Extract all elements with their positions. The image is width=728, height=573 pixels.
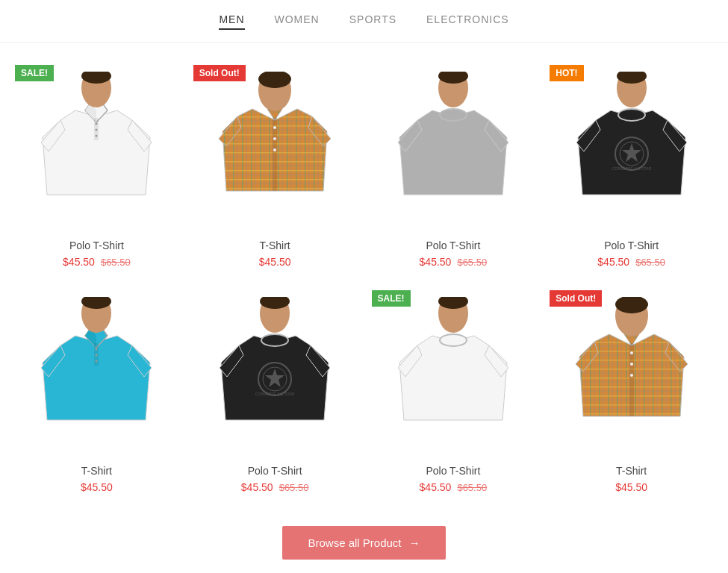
svg-point-6 (96, 123, 98, 125)
product-price: $45.50 $65.50 (420, 256, 488, 268)
product-price: $45.50 $65.50 (241, 481, 309, 493)
product-price: $45.50 $65.50 (420, 481, 488, 493)
svg-point-79 (630, 351, 633, 354)
product-image-wrapper (372, 60, 535, 232)
product-price-current: $45.50 (420, 481, 452, 493)
product-card[interactable]: T-Shirt $45.50 (7, 286, 186, 511)
category-nav: MEN WOMEN SPORTS ELECTRONICS (0, 0, 728, 43)
product-badge: Sold Out! (550, 290, 602, 307)
product-name: Polo T-Shirt (69, 239, 124, 251)
product-image-wrapper: SALE! (15, 60, 178, 232)
svg-point-22 (273, 137, 276, 140)
product-price: $45.50 $65.50 (63, 256, 131, 268)
svg-text:CONVERSE ALL STAR: CONVERSE ALL STAR (255, 392, 295, 396)
svg-point-8 (96, 135, 98, 137)
product-price-current: $45.50 (241, 481, 273, 493)
browse-btn-label: Browse all Product (308, 536, 401, 549)
product-image (550, 286, 713, 457)
product-price-current: $45.50 (597, 256, 629, 268)
svg-point-81 (630, 374, 633, 377)
svg-point-35 (618, 109, 645, 121)
product-price: $45.50 (81, 481, 113, 493)
product-price-current: $45.50 (63, 256, 95, 268)
product-price-original: $65.50 (457, 482, 487, 493)
product-price-original: $65.50 (101, 257, 131, 268)
product-image: CONVERSE ALL STAR (550, 60, 713, 232)
svg-point-23 (273, 148, 276, 151)
product-badge: HOT! (550, 65, 583, 81)
svg-point-21 (273, 126, 276, 129)
product-price-current: $45.50 (420, 256, 452, 268)
product-image: CONVERSE ALL STAR (193, 286, 357, 457)
product-price-original: $65.50 (635, 257, 665, 268)
svg-point-48 (96, 348, 98, 351)
product-name: Polo T-Shirt (604, 239, 659, 251)
product-card[interactable]: SALE! Polo T-Shirt (7, 60, 186, 286)
product-image-wrapper: SALE! (372, 286, 535, 457)
product-card[interactable]: Sold Out! (542, 286, 721, 511)
product-image (15, 286, 178, 457)
svg-point-29 (440, 109, 467, 121)
product-name: Polo T-Shirt (248, 465, 302, 477)
product-image-wrapper: CONVERSE ALL STAR (193, 286, 357, 457)
product-badge: SALE! (15, 65, 54, 81)
product-card[interactable]: Sold Out! (186, 60, 364, 286)
product-name: T-Shirt (81, 465, 112, 477)
product-image-wrapper: Sold Out! (550, 286, 713, 457)
product-card[interactable]: CONVERSE ALL STAR Polo T-Shirt $45.50 $6… (186, 286, 364, 511)
product-image-wrapper: HOT! CONVERSE ALL STAR (550, 60, 713, 232)
product-badge: SALE! (372, 290, 411, 307)
svg-point-80 (630, 363, 633, 366)
product-name: T-Shirt (616, 465, 647, 477)
product-name: Polo T-Shirt (426, 465, 480, 477)
product-image-wrapper: Sold Out! (193, 60, 357, 232)
product-image-wrapper (15, 286, 178, 457)
tab-women[interactable]: WOMEN (275, 13, 320, 30)
browse-all-button[interactable]: Browse all Product → (282, 526, 445, 560)
product-image (372, 60, 535, 232)
product-price: $45.50 (615, 481, 647, 493)
svg-point-66 (440, 334, 467, 346)
browse-btn-wrapper: Browse all Product → (0, 526, 728, 560)
product-card[interactable]: HOT! CONVERSE ALL STAR Polo T-Shirt $45.… (542, 60, 721, 286)
product-badge: Sold Out! (193, 65, 246, 81)
product-name: Polo T-Shirt (426, 239, 480, 251)
svg-point-56 (261, 334, 288, 346)
tab-men[interactable]: MEN (219, 13, 244, 30)
svg-point-49 (96, 354, 98, 357)
product-image (15, 60, 178, 232)
product-card[interactable]: Polo T-Shirt $45.50 $65.50 (364, 60, 543, 286)
product-grid: SALE! Polo T-Shirt (0, 60, 728, 511)
svg-point-50 (96, 360, 98, 363)
product-price-current: $45.50 (615, 481, 647, 493)
product-name: T-Shirt (260, 239, 290, 251)
tab-sports[interactable]: SPORTS (349, 13, 396, 30)
tab-electronics[interactable]: ELECTRONICS (426, 13, 509, 30)
svg-text:CONVERSE ALL STAR: CONVERSE ALL STAR (612, 166, 652, 171)
product-price: $45.50 $65.50 (597, 256, 665, 268)
product-card[interactable]: SALE! Polo T-Shirt $45.50 $65.50 (364, 286, 543, 511)
svg-point-7 (96, 129, 98, 131)
product-price-original: $65.50 (457, 257, 487, 268)
product-price-current: $45.50 (259, 256, 291, 268)
product-image (372, 286, 535, 457)
product-image (193, 60, 357, 232)
arrow-icon: → (409, 536, 420, 549)
product-price-original: $65.50 (279, 482, 309, 493)
product-price: $45.50 (259, 256, 291, 268)
product-price-current: $45.50 (81, 481, 113, 493)
